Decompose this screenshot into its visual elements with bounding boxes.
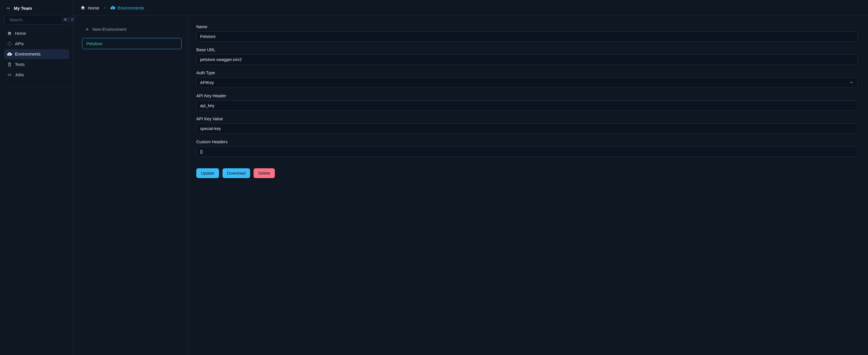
custom-headers-input[interactable]: [196, 147, 858, 157]
field-api-key-value: API Key Value: [196, 117, 858, 134]
breadcrumb-environments[interactable]: Environments: [110, 5, 144, 10]
api-key-header-input[interactable]: [196, 100, 858, 111]
auth-type-select[interactable]: APIKey: [196, 77, 858, 88]
action-buttons: Update Download Delete: [196, 168, 858, 178]
field-custom-headers: Custom Headers: [196, 139, 858, 157]
field-name: Name: [196, 25, 858, 42]
sidebar-item-tests[interactable]: Tests: [4, 60, 69, 69]
main: Home Environments New Environment Petsto…: [73, 0, 868, 355]
name-label: Name: [196, 25, 858, 29]
sidebar-item-jobs[interactable]: Jobs: [4, 70, 69, 80]
sidebar-divider: [4, 87, 69, 87]
tests-icon: [7, 62, 12, 67]
sidebar-item-label: Environments: [15, 52, 40, 56]
environment-item-label: Petstore: [86, 41, 102, 46]
new-environment-label: New Environment: [92, 27, 126, 32]
sidebar-item-label: Home: [15, 31, 26, 36]
chevron-down-icon: [849, 80, 854, 85]
auth-type-value: APIKey: [200, 80, 214, 85]
environment-details-panel: Name Base URL Auth Type APIKey API Key H…: [188, 16, 868, 355]
plus-icon: [85, 27, 90, 32]
team-switcher[interactable]: My Team: [4, 5, 69, 11]
sidebar-item-apis[interactable]: APIs: [4, 39, 69, 49]
breadcrumb-label: Home: [88, 5, 99, 10]
download-button[interactable]: Download: [222, 168, 250, 178]
field-base-url: Base URL: [196, 47, 858, 65]
api-key-header-label: API Key Header: [196, 94, 858, 98]
gear-icon: [7, 72, 12, 77]
team-name: My Team: [14, 6, 32, 11]
sidebar-item-home[interactable]: Home: [4, 29, 69, 38]
update-button[interactable]: Update: [196, 168, 219, 178]
api-key-value-input[interactable]: [196, 123, 858, 134]
base-url-label: Base URL: [196, 47, 858, 52]
field-api-key-header: API Key Header: [196, 94, 858, 111]
search-input[interactable]: [9, 18, 60, 22]
content: New Environment Petstore Name Base URL A…: [73, 16, 868, 355]
apis-icon: [7, 41, 12, 46]
sidebar-item-label: Tests: [15, 62, 25, 67]
kbd-cmd: ⌘: [62, 17, 69, 22]
sidebar: My Team ⌘ K Home APIs Environm: [0, 0, 73, 355]
delete-button[interactable]: Delete: [253, 168, 275, 178]
search-input-wrapper[interactable]: ⌘ K: [4, 15, 69, 25]
sidebar-item-label: Jobs: [15, 72, 24, 77]
sidebar-item-environments[interactable]: Environments: [4, 49, 69, 59]
environment-item-petstore[interactable]: Petstore: [82, 38, 182, 49]
breadcrumbs: Home Environments: [73, 0, 868, 16]
new-environment-button[interactable]: New Environment: [82, 25, 182, 34]
team-avatar-icon: [5, 5, 11, 11]
name-input[interactable]: [196, 31, 858, 42]
sidebar-item-label: APIs: [15, 41, 24, 46]
chevron-right-icon: [103, 6, 107, 10]
environment-list-panel: New Environment Petstore: [73, 16, 188, 355]
home-icon: [80, 5, 86, 10]
base-url-input[interactable]: [196, 54, 858, 65]
field-auth-type: Auth Type APIKey: [196, 70, 858, 88]
sidebar-nav: Home APIs Environments Tests Jobs: [4, 29, 69, 80]
custom-headers-label: Custom Headers: [196, 139, 858, 144]
api-key-value-label: API Key Value: [196, 117, 858, 121]
cloud-icon: [7, 52, 12, 57]
home-icon: [7, 31, 12, 36]
breadcrumb-home[interactable]: Home: [80, 5, 99, 10]
auth-type-label: Auth Type: [196, 70, 858, 75]
breadcrumb-label: Environments: [118, 5, 144, 10]
cloud-icon: [110, 5, 115, 10]
